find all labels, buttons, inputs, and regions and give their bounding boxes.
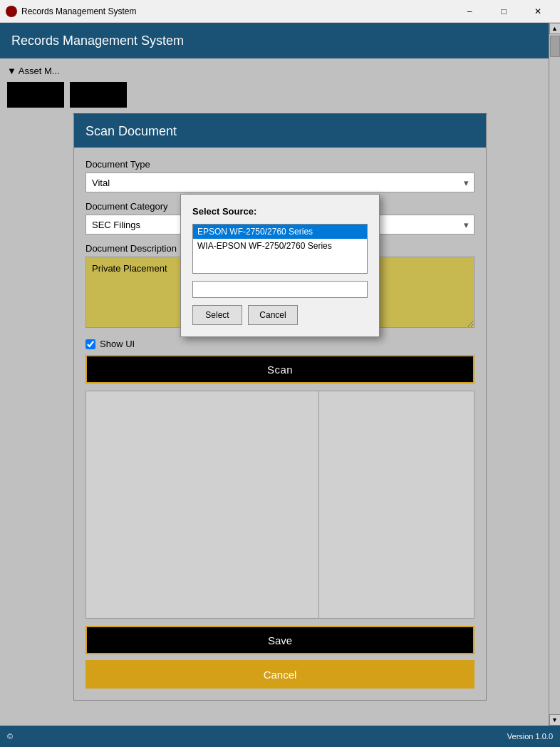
source-cancel-button[interactable]: Cancel [248, 305, 298, 325]
title-bar-left: Records Management System [6, 6, 136, 17]
scan-document-dialog: Scan Document Document Type Vital Docume… [73, 113, 487, 701]
select-source-overlay: Select Source: EPSON WF-2750/2760 Series… [74, 115, 486, 700]
select-source-dialog: Select Source: EPSON WF-2750/2760 Series… [180, 194, 380, 337]
asset-bar-text: ▼ Asset M... [7, 66, 60, 76]
status-right: Version 1.0.0 [507, 732, 553, 741]
window-title: Records Management System [21, 6, 136, 16]
source-item-1[interactable]: WIA-EPSON WF-2750/2760 Series [193, 239, 367, 253]
asset-bar: ▼ Asset M... [7, 66, 553, 76]
scroll-down-arrow[interactable]: ▼ [549, 714, 561, 726]
title-bar: Records Management System – □ ✕ [0, 0, 560, 23]
select-source-title: Select Source: [192, 206, 368, 217]
status-left: © [7, 732, 13, 741]
app-header: Records Management System [0, 23, 560, 58]
source-listbox[interactable]: EPSON WF-2750/2760 Series WIA-EPSON WF-2… [192, 224, 368, 274]
scrollbar: ▲ ▼ [549, 23, 560, 726]
main-content: ▼ Asset M... Scan Document Document Type… [0, 58, 560, 726]
maximize-button[interactable]: □ [487, 1, 520, 21]
source-select-button[interactable]: Select [192, 305, 242, 325]
app-header-title: Records Management System [11, 34, 184, 48]
source-item-0[interactable]: EPSON WF-2750/2760 Series [193, 225, 367, 239]
scroll-thumb[interactable] [550, 36, 560, 57]
app-icon [6, 6, 17, 17]
scroll-up-arrow[interactable]: ▲ [549, 23, 561, 34]
status-bar: © Version 1.0.0 [0, 726, 560, 747]
source-text-input[interactable] [192, 281, 368, 298]
close-button[interactable]: ✕ [522, 1, 554, 21]
minimize-button[interactable]: – [453, 1, 486, 21]
title-bar-controls: – □ ✕ [453, 1, 554, 21]
source-buttons: Select Cancel [192, 305, 368, 325]
